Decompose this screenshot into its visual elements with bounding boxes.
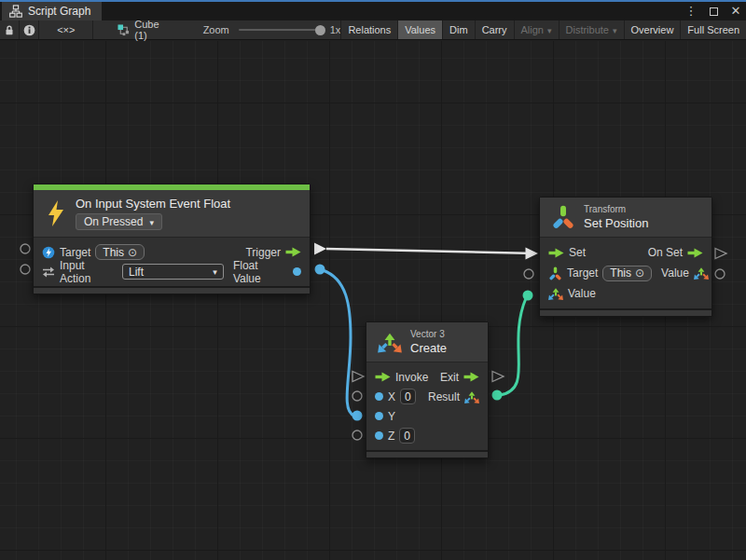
vector3-invoke-row: Invoke Exit xyxy=(366,367,488,387)
z-label: Z xyxy=(388,430,394,443)
zoom-slider[interactable] xyxy=(239,29,321,31)
input-action-dropdown[interactable]: Lift ▾ xyxy=(122,264,224,280)
event-node-title: On Input System Event Float xyxy=(76,197,230,211)
event-mode-dropdown[interactable]: On Pressed ▾ xyxy=(76,213,162,230)
zoom-control: Zoom 1x xyxy=(203,20,341,39)
kebab-menu-icon: ⋮ xyxy=(685,2,698,20)
script-graph-icon xyxy=(9,5,22,18)
event-node-body: Target This ⊙ Trigger xyxy=(34,237,310,286)
window-menu-button[interactable]: ⋮ xyxy=(684,2,698,20)
port-floatvalue-output[interactable] xyxy=(315,265,325,275)
x-label: X xyxy=(388,390,395,403)
fullscreen-button[interactable]: Full Screen xyxy=(681,20,746,39)
on-set-label: On Set xyxy=(648,246,683,259)
window-controls: ⋮ ✕ xyxy=(684,2,742,20)
event-node-footer xyxy=(34,286,310,294)
control-input-icon xyxy=(548,248,564,258)
lock-button[interactable] xyxy=(0,20,20,39)
transform-port-icon xyxy=(548,266,562,280)
control-output-icon xyxy=(463,372,479,382)
chevron-down-icon: ▾ xyxy=(547,26,552,35)
float-port-icon xyxy=(375,392,383,401)
dim-button[interactable]: Dim xyxy=(443,20,476,39)
align-button[interactable]: Align ▾ xyxy=(515,20,560,39)
port-y-input[interactable] xyxy=(352,411,363,421)
vector3-port-icon xyxy=(694,266,709,280)
carry-button[interactable]: Carry xyxy=(476,20,515,39)
maximize-button[interactable] xyxy=(707,2,720,20)
close-icon: ✕ xyxy=(731,2,741,20)
result-label: Result xyxy=(428,390,460,403)
float-port-icon xyxy=(293,267,301,276)
input-action-icon xyxy=(42,266,55,279)
control-output-icon xyxy=(687,248,703,258)
close-button[interactable]: ✕ xyxy=(729,2,742,20)
maximize-icon xyxy=(710,7,718,16)
values-button[interactable]: Values xyxy=(398,20,443,39)
transform-target-object-field[interactable]: This ⊙ xyxy=(602,266,652,281)
zoom-slider-handle[interactable] xyxy=(315,25,325,35)
graph-reference-icon xyxy=(117,24,130,36)
input-event-icon xyxy=(42,246,55,259)
code-preview-button[interactable]: <×> xyxy=(39,20,93,39)
zoom-label: Zoom xyxy=(203,24,229,35)
vector3-title: Create xyxy=(410,341,447,355)
overview-button[interactable]: Overview xyxy=(625,20,682,39)
port-setvalue-input[interactable] xyxy=(523,291,533,301)
transform-title: Set Position xyxy=(584,216,648,230)
exit-label: Exit xyxy=(440,371,459,384)
toolbar-button-group: Relations Values Dim Carry Align ▾ Distr… xyxy=(340,20,746,39)
vector3-port-icon xyxy=(464,389,479,404)
control-input-icon xyxy=(375,372,391,382)
transform-node-footer xyxy=(540,308,711,316)
transform-category: Transform xyxy=(584,204,648,214)
object-picker-icon: ⊙ xyxy=(128,246,137,259)
vector3-node[interactable]: Vector 3 Create Invoke Exit X 0 xyxy=(366,321,489,458)
float-port-icon xyxy=(375,431,383,440)
transform-node[interactable]: Transform Set Position Set On Set xyxy=(539,197,712,317)
chevron-down-icon: ▾ xyxy=(213,267,217,277)
info-button[interactable] xyxy=(20,20,39,39)
event-node[interactable]: On Input System Event Float On Pressed ▾… xyxy=(33,184,311,294)
event-inputaction-row: Input Action Lift ▾ Float Value xyxy=(34,262,310,281)
transform-set-row: Set On Set xyxy=(540,242,711,263)
float-port-icon xyxy=(375,412,383,420)
target-label: Target xyxy=(567,266,598,280)
y-label: Y xyxy=(388,410,395,423)
distribute-button[interactable]: Distribute ▾ xyxy=(560,20,625,39)
vector3-z-row: Z 0 xyxy=(366,426,488,445)
lock-icon xyxy=(4,24,15,35)
graph-breadcrumb[interactable]: Cube (1) xyxy=(112,20,173,39)
info-icon xyxy=(23,24,35,36)
z-value-field[interactable]: 0 xyxy=(399,428,415,444)
value-out-label: Value xyxy=(661,266,689,280)
event-node-header: On Input System Event Float On Pressed ▾ xyxy=(34,190,310,237)
graph-toolbar: <×> Cube (1) Zoom 1x Relations Values Di… xyxy=(0,20,746,40)
breadcrumb-label: Cube (1) xyxy=(134,19,167,41)
lightning-bolt-icon xyxy=(45,199,67,227)
x-value-field[interactable]: 0 xyxy=(400,389,416,404)
float-value-label: Float Value xyxy=(233,259,288,285)
relations-button[interactable]: Relations xyxy=(341,20,398,39)
event-target-object-field[interactable]: This ⊙ xyxy=(95,244,145,260)
port-result-output[interactable] xyxy=(492,390,503,401)
transform-icon xyxy=(551,205,575,229)
transform-node-body: Set On Set Target This ⊙ V xyxy=(540,237,711,308)
tab-script-graph[interactable]: Script Graph xyxy=(2,2,102,20)
transform-node-header: Transform Set Position xyxy=(540,198,711,237)
set-label: Set xyxy=(569,246,586,259)
trigger-label: Trigger xyxy=(245,246,281,259)
vector3-port-icon xyxy=(548,286,563,301)
chevron-down-icon: ▾ xyxy=(149,218,154,227)
transform-target-row: Target This ⊙ Value xyxy=(540,263,711,283)
vector3-node-body: Invoke Exit X 0 Result xyxy=(366,362,488,450)
object-picker-icon: ⊙ xyxy=(635,266,644,280)
vector3-x-row: X 0 Result xyxy=(366,387,488,406)
tab-label: Script Graph xyxy=(28,5,90,18)
input-action-label: Input Action xyxy=(60,259,117,285)
vector3-node-footer xyxy=(366,450,488,458)
zoom-value: 1x xyxy=(330,24,341,35)
value-in-label: Value xyxy=(568,287,596,300)
chevron-down-icon: ▾ xyxy=(613,26,617,35)
vector3-category: Vector 3 xyxy=(410,329,447,339)
